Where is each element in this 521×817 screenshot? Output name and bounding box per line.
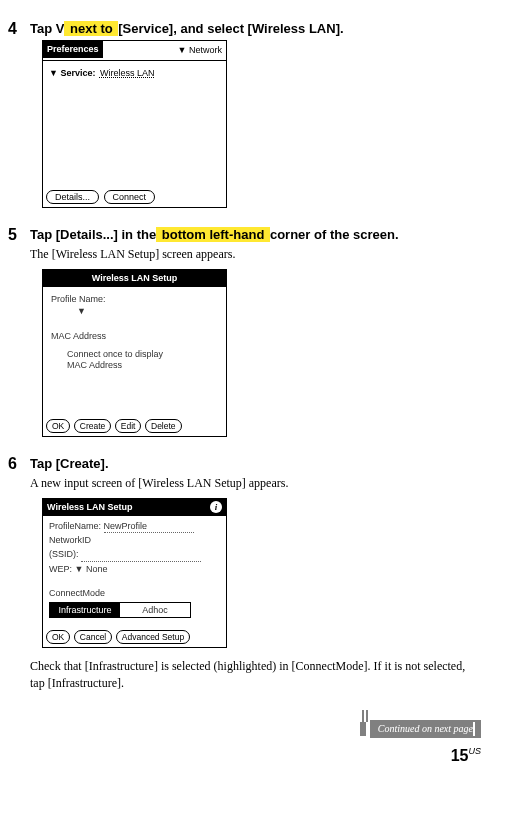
ok-button[interactable]: OK [46,419,70,433]
step-number: 6 [8,453,17,475]
continued-wrap: Continued on next page [30,710,481,729]
title-pre: Tap [Details...] in the [30,227,156,242]
title-post: corner of the screen. [270,227,399,242]
network-dropdown[interactable]: ▼ Network [178,44,222,57]
ok-button[interactable]: OK [46,630,70,644]
cancel-button[interactable]: Cancel [74,630,112,644]
service-value[interactable]: Wireless LAN [98,68,157,78]
details-button[interactable]: Details... [46,190,99,204]
step-4: 4 Tap V next to [Service], and select [W… [30,20,481,208]
chevron-down-icon[interactable]: ▼ [75,564,84,574]
window-title: Wireless LAN Setup [47,501,132,514]
wep-value: None [86,564,108,574]
create-button[interactable]: Create [74,419,112,433]
mac-sub1: Connect once to display [67,349,218,361]
step-title: Tap V next to [Service], and select [Wir… [30,20,481,38]
profile-name-label: ProfileName: [49,521,101,531]
step-6: 6 Tap [Create]. A new input screen of [W… [30,455,481,692]
mac-sub2: MAC Address [67,360,218,372]
step-number: 4 [8,18,17,40]
step-5: 5 Tap [Details...] in the bottom left-ha… [30,226,481,437]
continued-badge: Continued on next page [370,720,481,738]
profile-name-label: Profile Name: [51,293,218,306]
profile-name-input[interactable]: NewProfile [104,520,194,534]
mac-label: MAC Address [51,330,218,343]
screenshot-preferences: Preferences ▼ Network ▼ Service: Wireles… [42,40,227,208]
screenshot-wlan-setup: Wireless LAN Setup Profile Name: ▼ MAC A… [42,269,227,437]
step-number: 5 [8,224,17,246]
highlight: bottom left-hand [156,227,270,242]
check-text: Check that [Infrastructure] is selected … [30,658,481,692]
window-title: Wireless LAN Setup [43,270,226,287]
window-title: Preferences [43,41,103,58]
connectmode-label: ConnectMode [49,587,220,600]
edit-button[interactable]: Edit [115,419,142,433]
wep-label: WEP: [49,564,72,574]
step-desc: The [Wireless LAN Setup] screen appears. [30,246,481,263]
ssid-label: (SSID): [49,549,79,559]
advanced-setup-button[interactable]: Advanced Setup [116,630,190,644]
tab-infrastructure[interactable]: Infrastructure [50,603,120,618]
step-title: Tap [Details...] in the bottom left-hand… [30,226,481,244]
chevron-down-icon: ▼ [178,45,187,55]
tab-adhoc[interactable]: Adhoc [120,603,190,618]
screenshot-wlan-create: Wireless LAN Setup i ProfileName: NewPro… [42,498,227,648]
delete-button[interactable]: Delete [145,419,182,433]
connectmode-tabs: Infrastructure Adhoc [49,602,191,619]
title-pre: Tap V [30,21,64,36]
connect-button[interactable]: Connect [104,190,156,204]
service-label: Service: [60,68,95,78]
chevron-down-icon[interactable]: ▼ [77,305,218,318]
highlight: next to [64,21,118,36]
ssid-input[interactable] [81,548,201,562]
info-icon[interactable]: i [210,501,222,513]
networkid-label: NetworkID [49,534,220,547]
page-number: 15US [30,745,481,767]
title-post: [Service], and select [Wireless LAN]. [118,21,343,36]
chevron-down-icon: ▼ [49,68,58,78]
step-desc: A new input screen of [Wireless LAN Setu… [30,475,481,492]
step-title: Tap [Create]. [30,455,481,473]
